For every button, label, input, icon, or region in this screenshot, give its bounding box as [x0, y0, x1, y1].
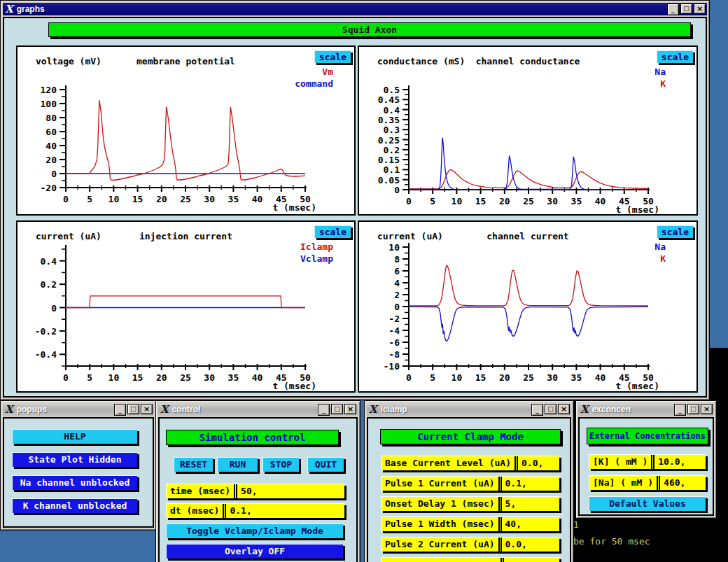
- pulse1-current-field-value[interactable]: 0.1: [500, 477, 559, 491]
- plot-title: channel conductance: [401, 56, 654, 66]
- x11-logo-icon: X: [160, 405, 169, 415]
- svg-text:0.05: 0.05: [378, 175, 400, 185]
- pulse2-current-field-value[interactable]: 0.0: [500, 538, 559, 552]
- x11-logo-icon: X: [5, 405, 13, 415]
- external-concentrations-banner: External Concentrations: [587, 428, 708, 444]
- svg-text:30: 30: [204, 194, 215, 204]
- time-field-label: time (msec): [167, 484, 235, 498]
- control-titlebar[interactable]: X control _ □ ×: [158, 403, 358, 416]
- toggle-clamp-mode-button[interactable]: Toggle Vclamp/Iclamp Mode: [166, 524, 343, 538]
- maximize-icon[interactable]: □: [687, 404, 699, 414]
- scale-button[interactable]: scale: [314, 50, 351, 63]
- svg-text:100: 100: [41, 99, 57, 109]
- minimize-icon[interactable]: _: [114, 404, 126, 416]
- onset-delay1-field-label: Onset Delay 1 (msec): [382, 497, 500, 511]
- svg-text:30: 30: [547, 372, 558, 383]
- scale-button[interactable]: scale: [657, 50, 693, 63]
- maximize-icon[interactable]: □: [127, 404, 139, 414]
- close-icon[interactable]: ×: [701, 404, 713, 414]
- svg-text:0: 0: [394, 185, 400, 195]
- pulse1-width-field: Pulse 1 Width (msec) 40: [381, 517, 559, 531]
- maximize-icon[interactable]: □: [545, 404, 556, 414]
- close-icon[interactable]: ×: [344, 404, 356, 414]
- pulse1-width-field-value[interactable]: 40: [500, 517, 559, 531]
- pulse1-current-field: Pulse 1 Current (uA) 0.1: [381, 476, 559, 491]
- svg-text:0.15: 0.15: [378, 155, 400, 165]
- legend-entry: Na: [654, 66, 666, 78]
- popups-window: X popups _ □ × HELP State Plot Hidden Na…: [0, 400, 157, 531]
- minimize-icon[interactable]: _: [674, 404, 686, 416]
- legend-entry: Vclamp: [300, 253, 333, 265]
- svg-text:120: 120: [41, 85, 57, 95]
- svg-text:40: 40: [595, 372, 606, 383]
- svg-text:0.4: 0.4: [384, 105, 400, 115]
- minimize-icon[interactable]: _: [667, 3, 679, 15]
- svg-text:20: 20: [499, 196, 510, 206]
- svg-text:0.35: 0.35: [378, 115, 400, 125]
- close-icon[interactable]: ×: [141, 404, 153, 414]
- dt-field-value[interactable]: 0.1: [225, 504, 344, 518]
- close-icon[interactable]: ×: [694, 3, 706, 14]
- svg-text:-6: -6: [388, 337, 400, 348]
- svg-text:5: 5: [87, 372, 92, 383]
- popups-titlebar[interactable]: X popups _ □ ×: [3, 403, 154, 416]
- iclamp-titlebar[interactable]: X iclamp _ □ ×: [367, 403, 571, 416]
- run-button[interactable]: RUN: [217, 457, 258, 472]
- svg-text:4: 4: [394, 278, 400, 288]
- na-channel-toggle-button[interactable]: Na channel unblocked: [12, 475, 137, 490]
- minimize-icon[interactable]: _: [531, 404, 543, 416]
- svg-text:5: 5: [430, 372, 435, 383]
- quit-button[interactable]: QUIT: [307, 457, 344, 472]
- window-title: exconcen: [592, 405, 631, 414]
- overlay-toggle-button[interactable]: Overlay OFF: [166, 544, 343, 559]
- default-values-button[interactable]: Default Values: [589, 496, 706, 511]
- window-title: popups: [17, 405, 47, 414]
- x11-logo-icon: X: [5, 4, 13, 15]
- time-field-value[interactable]: 50: [236, 484, 344, 498]
- graphs-titlebar[interactable]: X graphs _ □ ×: [3, 3, 707, 15]
- close-icon[interactable]: ×: [558, 404, 570, 414]
- scale-button[interactable]: scale: [314, 225, 351, 238]
- iclamp-window: X iclamp _ □ × Current Clamp Mode Base C…: [364, 400, 574, 562]
- maximize-icon[interactable]: □: [331, 404, 343, 414]
- reset-button[interactable]: RESET: [174, 457, 213, 472]
- stop-button[interactable]: STOP: [262, 457, 299, 472]
- svg-text:t (msec): t (msec): [615, 204, 659, 214]
- terminal-window-background: [708, 348, 728, 404]
- na-concentration-field-label: [Na] ( mM ): [589, 476, 658, 490]
- legend-entry: Na: [654, 241, 666, 253]
- channel-current-chart: 1086420-2-4-6-8-1005101520253035404550t …: [359, 222, 696, 391]
- scale-button[interactable]: scale: [657, 225, 693, 238]
- pulse1-width-field-label: Pulse 1 Width (msec): [382, 517, 500, 531]
- svg-text:0.5: 0.5: [384, 85, 400, 95]
- window-title: control: [172, 405, 201, 414]
- svg-text:5: 5: [430, 196, 435, 206]
- maximize-icon[interactable]: □: [680, 3, 692, 14]
- base-current-field-value[interactable]: 0.0: [517, 456, 559, 470]
- svg-text:-4: -4: [388, 325, 400, 336]
- svg-text:40: 40: [46, 141, 57, 151]
- simulation-control-banner: Simulation control: [166, 430, 339, 445]
- exconcen-titlebar[interactable]: X exconcen _ □ ×: [578, 403, 714, 416]
- k-channel-toggle-button[interactable]: K channel unblocked: [12, 498, 137, 513]
- window-title: graphs: [17, 4, 45, 14]
- state-plot-toggle-button[interactable]: State Plot Hidden: [12, 452, 137, 467]
- svg-text:8: 8: [394, 254, 400, 265]
- svg-text:10: 10: [451, 372, 463, 383]
- clipped-field-label: [382, 558, 502, 562]
- minimize-icon[interactable]: _: [318, 404, 330, 416]
- svg-text:2: 2: [394, 290, 400, 300]
- legend-entry: K: [654, 78, 666, 90]
- clipped-field-value[interactable]: [503, 558, 559, 562]
- svg-text:35: 35: [228, 372, 239, 383]
- na-concentration-field: [Na] ( mM ) 460: [589, 475, 706, 490]
- x11-logo-icon: X: [369, 405, 377, 415]
- svg-text:-2: -2: [388, 314, 400, 324]
- help-button[interactable]: HELP: [12, 429, 137, 444]
- svg-text:-0.4: -0.4: [35, 349, 57, 360]
- na-concentration-field-value[interactable]: 460: [659, 476, 706, 490]
- k-concentration-field-value[interactable]: 10.0: [653, 455, 706, 469]
- graphs-window-body: Squid Axon 120100806040200-2005101520253…: [3, 17, 707, 398]
- svg-text:60: 60: [46, 127, 57, 137]
- onset-delay1-field-value[interactable]: 5: [500, 497, 559, 511]
